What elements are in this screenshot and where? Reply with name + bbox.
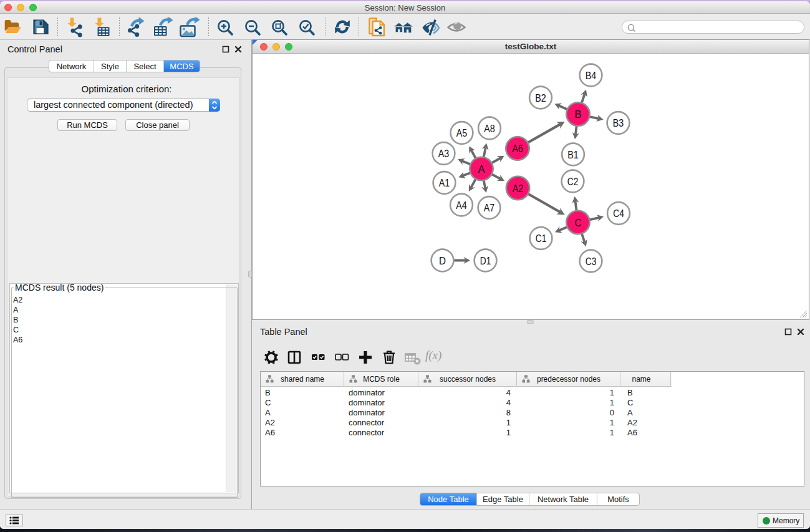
svg-text:A: A	[478, 163, 485, 175]
svg-text:B: B	[575, 109, 582, 120]
svg-text:C3: C3	[586, 256, 597, 267]
svg-text:A6: A6	[512, 143, 523, 154]
svg-text:A1: A1	[439, 177, 450, 188]
svg-text:B1: B1	[567, 149, 579, 160]
svg-text:C2: C2	[567, 176, 579, 187]
svg-text:C1: C1	[536, 233, 547, 244]
svg-text:A2: A2	[513, 183, 524, 194]
svg-text:A3: A3	[438, 148, 450, 159]
svg-text:A7: A7	[484, 202, 495, 213]
svg-text:B3: B3	[613, 117, 624, 128]
svg-text:D: D	[439, 255, 446, 266]
svg-text:C: C	[575, 217, 582, 228]
svg-text:A8: A8	[484, 123, 495, 134]
svg-text:B2: B2	[535, 92, 546, 104]
svg-text:C4: C4	[613, 208, 624, 219]
svg-text:A5: A5	[456, 127, 468, 138]
svg-text:A4: A4	[456, 200, 467, 211]
svg-text:B4: B4	[586, 70, 597, 81]
svg-text:D1: D1	[480, 255, 491, 266]
